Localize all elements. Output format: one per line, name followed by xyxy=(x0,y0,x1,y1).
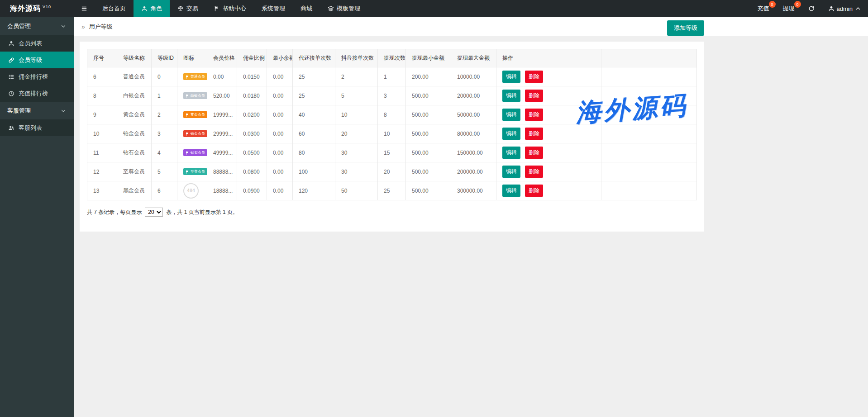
cell-commission: 0.0900 xyxy=(237,181,267,200)
cell-daihuan_orders: 40 xyxy=(293,105,335,124)
sidebar-item[interactable]: 客服列表 xyxy=(0,119,74,136)
recharge-label: 充值 xyxy=(758,5,769,13)
grade-badge-icon: 普通会员 xyxy=(183,73,207,80)
cell-grade_id: 1 xyxy=(152,86,177,105)
page-size-select[interactable]: 20 xyxy=(145,208,163,217)
nav-item[interactable]: 角色 xyxy=(134,0,170,17)
nav-item[interactable]: 系统管理 xyxy=(254,0,293,17)
cell-no: 12 xyxy=(87,162,117,181)
delete-button[interactable]: 删除 xyxy=(525,109,543,121)
cell-price: 19999... xyxy=(207,105,237,124)
cell-price: 88888... xyxy=(207,162,237,181)
cell-douyin_orders: 2 xyxy=(335,67,378,86)
delete-button[interactable]: 删除 xyxy=(525,185,543,197)
breadcrumb-chevrons-icon: » xyxy=(81,23,85,30)
sidebar: 会员管理会员列表会员等级佣金排行榜充值排行榜客服管理客服列表 xyxy=(0,17,74,417)
cell-commission: 0.0150 xyxy=(237,67,267,86)
edit-button[interactable]: 编辑 xyxy=(502,109,520,121)
sidebar-group-header[interactable]: 会员管理 xyxy=(0,17,74,35)
cell-actions: 编辑删除 xyxy=(496,143,601,162)
cell-withdraw_max: 80000.00 xyxy=(451,124,496,143)
chevron-down-icon xyxy=(60,23,67,29)
sidebar-item[interactable]: 会员列表 xyxy=(0,35,74,52)
grade-badge-icon: 铂金会员 xyxy=(183,130,207,137)
cell-actions: 编辑删除 xyxy=(496,105,601,124)
delete-button[interactable]: 删除 xyxy=(525,71,543,83)
sidebar-item-label: 充值排行榜 xyxy=(19,90,48,98)
cell-price: 49999... xyxy=(207,143,237,162)
delete-button[interactable]: 删除 xyxy=(525,147,543,159)
sidebar-item[interactable]: 会员等级 xyxy=(0,52,74,68)
grade-table: 序号等级名称等级ID图标会员价格佣金比例最小余额代还接单次数抖音接单次数提现次数… xyxy=(87,49,697,200)
cell-icon: 铂金会员 xyxy=(177,124,207,143)
table-header-cell: 提现次数 xyxy=(378,49,406,67)
cell-min_balance: 0.00 xyxy=(267,143,293,162)
sidebar-toggle-button[interactable] xyxy=(74,0,95,17)
chevron-up-icon xyxy=(855,5,861,12)
cell-no: 10 xyxy=(87,124,117,143)
sidebar-group-header[interactable]: 客服管理 xyxy=(0,102,74,119)
nav-item[interactable]: 帮助中心 xyxy=(206,0,254,17)
cell-filler xyxy=(601,162,697,181)
table-row: 11钻石会员4钻石会员49999...0.05000.00803015500.0… xyxy=(87,143,697,162)
brand-version: V10 xyxy=(43,5,51,9)
table-row: 12至尊会员5至尊会员88888...0.08000.001003020500.… xyxy=(87,162,697,181)
table-row: 9黄金会员2黄金会员19999...0.02000.0040108500.005… xyxy=(87,105,697,124)
edit-button[interactable]: 编辑 xyxy=(502,128,520,140)
cell-daihuan_orders: 25 xyxy=(293,67,335,86)
clock-icon xyxy=(8,90,14,97)
edit-button[interactable]: 编辑 xyxy=(502,185,520,197)
link-icon xyxy=(8,57,14,63)
delete-button[interactable]: 删除 xyxy=(525,128,543,140)
table-row: 10铂金会员3铂金会员29999...0.03000.00602010500.0… xyxy=(87,124,697,143)
nav-item[interactable]: 模版管理 xyxy=(320,0,368,17)
brand-logo: 海外源码 V10 xyxy=(0,0,74,17)
sidebar-item-label: 客服列表 xyxy=(19,124,42,132)
sidebar-group-label: 会员管理 xyxy=(7,22,31,30)
topbar: 海外源码 V10 后台首页角色交易帮助中心系统管理商城模版管理 充值 0 提现 … xyxy=(0,0,868,17)
nav-item[interactable]: 商城 xyxy=(293,0,320,17)
cell-actions: 编辑删除 xyxy=(496,67,601,86)
cell-douyin_orders: 5 xyxy=(335,86,378,105)
withdraw-button[interactable]: 提现 0 xyxy=(776,0,801,17)
cell-icon: 至尊会员 xyxy=(177,162,207,181)
cell-no: 11 xyxy=(87,143,117,162)
table-row: 13黑金会员640418888...0.09000.001205025500.0… xyxy=(87,181,697,200)
cell-name: 普通会员 xyxy=(117,67,152,86)
cell-withdraw_min: 500.00 xyxy=(406,181,451,200)
nav-item[interactable]: 后台首页 xyxy=(95,0,134,17)
cell-icon: 钻石会员 xyxy=(177,143,207,162)
table-row: 6普通会员0普通会员0.000.01500.002521200.0010000.… xyxy=(87,67,697,86)
breadcrumb: » 用户等级 添加等级 xyxy=(74,17,868,36)
sidebar-item[interactable]: 佣金排行榜 xyxy=(0,68,74,85)
nav-item-label: 帮助中心 xyxy=(223,5,246,13)
nav-item[interactable]: 交易 xyxy=(170,0,206,17)
cell-daihuan_orders: 25 xyxy=(293,86,335,105)
cell-price: 0.00 xyxy=(207,67,237,86)
cell-withdraw_times: 1 xyxy=(378,67,406,86)
user-menu[interactable]: admin xyxy=(821,0,868,17)
edit-button[interactable]: 编辑 xyxy=(502,90,520,102)
delete-button[interactable]: 删除 xyxy=(525,166,543,178)
main-area: » 用户等级 添加等级 序号等级名称等级ID图标会员价格佣金比例最小余额代还接单… xyxy=(74,0,868,237)
cell-withdraw_min: 500.00 xyxy=(406,124,451,143)
refresh-button[interactable] xyxy=(801,0,821,17)
grade-badge-icon: 钻石会员 xyxy=(183,149,207,156)
cell-commission: 0.0180 xyxy=(237,86,267,105)
cell-douyin_orders: 30 xyxy=(335,143,378,162)
cell-name: 至尊会员 xyxy=(117,162,152,181)
grade-badge-icon: 至尊会员 xyxy=(183,168,207,175)
cell-min_balance: 0.00 xyxy=(267,181,293,200)
edit-button[interactable]: 编辑 xyxy=(502,166,520,178)
add-grade-button[interactable]: 添加等级 xyxy=(667,20,704,36)
sidebar-item[interactable]: 充值排行榜 xyxy=(0,85,74,102)
cell-withdraw_min: 500.00 xyxy=(406,143,451,162)
recharge-button[interactable]: 充值 0 xyxy=(751,0,776,17)
username: admin xyxy=(837,5,853,12)
table-header-cell: 代还接单次数 xyxy=(293,49,335,67)
delete-button[interactable]: 删除 xyxy=(525,90,543,102)
cell-withdraw_min: 500.00 xyxy=(406,86,451,105)
cell-no: 8 xyxy=(87,86,117,105)
edit-button[interactable]: 编辑 xyxy=(502,71,520,83)
edit-button[interactable]: 编辑 xyxy=(502,147,520,159)
